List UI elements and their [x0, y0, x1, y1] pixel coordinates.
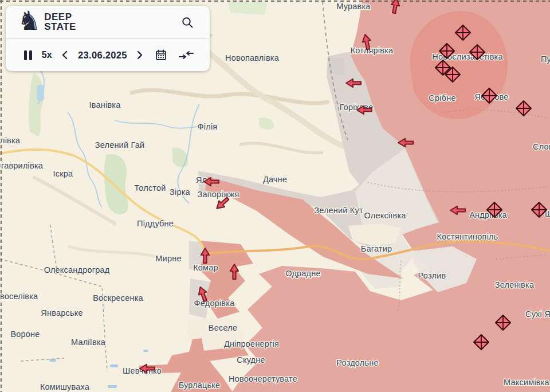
place-label: Бурлацьке — [179, 381, 221, 390]
place-label: Воскресенка — [93, 293, 143, 303]
place-label: Роздольне — [336, 358, 378, 367]
place-label: Срібне — [429, 93, 455, 103]
deepstate-control-panel: ♞ DEEP STATE 5x 23.06.2025 — [6, 6, 210, 71]
place-label: Январське — [41, 308, 82, 317]
place-label: Одрадне — [285, 269, 320, 278]
previous-day-button[interactable] — [59, 48, 70, 62]
calendar-button[interactable] — [153, 47, 169, 63]
place-label: Новопавлівка — [225, 53, 280, 62]
deepstate-logo[interactable]: ♞ DEEP STATE — [17, 13, 76, 32]
place-label: Максимівка — [504, 378, 550, 387]
pause-button[interactable] — [22, 48, 34, 62]
place-label: Муравка — [336, 2, 371, 11]
place-label: Багатир — [361, 244, 392, 253]
chess-knight-logo-icon: ♞ — [17, 9, 41, 32]
place-label: Іскра — [53, 169, 73, 178]
timeline-collapse-button[interactable] — [176, 48, 196, 62]
next-day-button[interactable] — [134, 48, 146, 62]
place-label: Комишуваха — [40, 382, 90, 391]
pause-icon — [24, 50, 32, 60]
place-label: Зірка — [170, 187, 191, 197]
place-label: Мирне — [155, 254, 181, 263]
place-label: Слов — [533, 142, 550, 151]
calendar-icon — [155, 49, 167, 61]
place-label: Піддубне — [137, 219, 174, 228]
place-label: Розлив — [418, 271, 446, 280]
search-icon — [181, 16, 194, 29]
place-label: Зелений Кут — [314, 206, 363, 215]
place-label: Зеленівка — [495, 280, 535, 289]
chevron-left-icon — [61, 50, 68, 60]
place-label: гаврилівка — [1, 161, 44, 170]
place-label: Запоріжжя — [197, 190, 239, 199]
brand-line2: STATE — [44, 22, 76, 32]
merge-arrows-icon — [179, 50, 194, 60]
search-button[interactable] — [179, 14, 196, 31]
place-label: Дачне — [263, 175, 287, 184]
place-label: Олександроград — [44, 265, 110, 275]
place-label: Комар — [193, 263, 218, 272]
place-label: воселівка — [0, 292, 38, 301]
playback-speed-label[interactable]: 5x — [42, 50, 52, 60]
place-label: Новоочеретувате — [229, 374, 297, 383]
place-label: лівка — [0, 136, 21, 145]
place-label: Пу — [541, 54, 550, 64]
place-label: Філія — [198, 122, 218, 131]
place-label: Іванівка — [89, 100, 121, 109]
place-label: Вороне — [10, 330, 40, 339]
place-label: Костянтинопіль — [437, 232, 498, 241]
place-label: Сухі Ял — [525, 309, 550, 319]
place-label: Олексіївка — [364, 211, 406, 220]
place-label: Зелений Гай — [95, 140, 145, 150]
chevron-right-icon — [136, 50, 143, 60]
place-label: Скудне — [237, 355, 265, 364]
date-display[interactable]: 23.06.2025 — [78, 50, 127, 61]
brand-title: DEEP STATE — [44, 13, 76, 31]
place-label: Веселе — [209, 323, 237, 332]
place-label: Котлярівка — [351, 46, 394, 55]
place-label: Маліївка — [71, 338, 106, 347]
place-label: Толстой — [134, 183, 166, 193]
place-label: Дніпроенергія — [224, 339, 279, 348]
place-label: Федорівка — [194, 299, 235, 308]
